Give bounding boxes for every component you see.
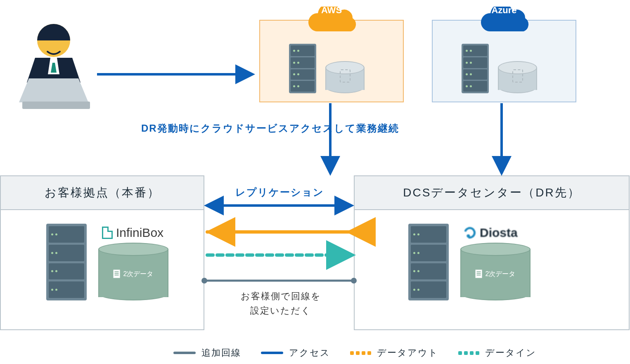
svg-point-2 bbox=[351, 278, 357, 284]
aws-label: AWS bbox=[303, 5, 360, 16]
connectors-layer bbox=[0, 0, 630, 364]
azure-label: Azure bbox=[475, 5, 533, 16]
svg-point-1 bbox=[201, 278, 207, 284]
